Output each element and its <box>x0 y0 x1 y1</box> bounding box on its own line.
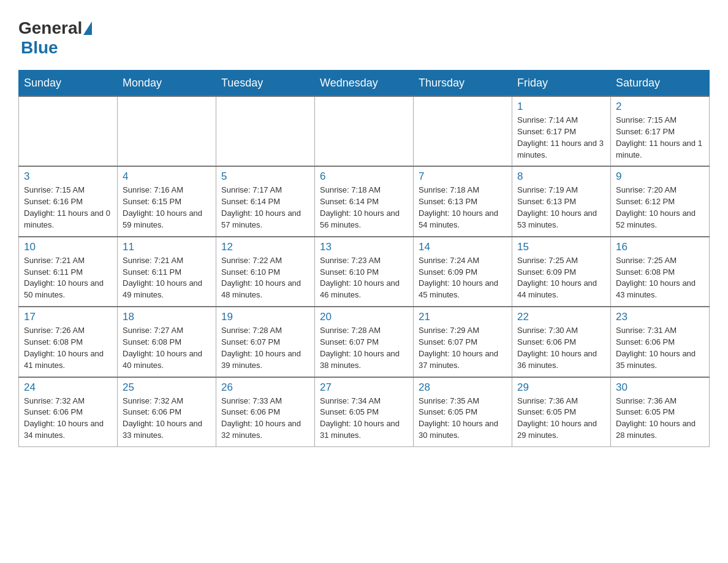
day-number: 18 <box>123 311 211 323</box>
calendar-cell: 16Sunrise: 7:25 AM Sunset: 6:08 PM Dayli… <box>611 237 710 307</box>
day-info: Sunrise: 7:18 AM Sunset: 6:14 PM Dayligh… <box>320 185 408 231</box>
calendar-table: SundayMondayTuesdayWednesdayThursdayFrid… <box>18 70 710 447</box>
day-number: 5 <box>221 170 309 183</box>
day-number: 12 <box>221 241 309 253</box>
day-info: Sunrise: 7:28 AM Sunset: 6:07 PM Dayligh… <box>221 325 309 371</box>
week-row-1: 1Sunrise: 7:14 AM Sunset: 6:17 PM Daylig… <box>19 96 710 166</box>
weekday-header-thursday: Thursday <box>414 71 512 97</box>
calendar-cell: 21Sunrise: 7:29 AM Sunset: 6:07 PM Dayli… <box>414 307 512 377</box>
weekday-header-wednesday: Wednesday <box>315 71 414 97</box>
calendar-cell <box>414 96 512 166</box>
day-info: Sunrise: 7:33 AM Sunset: 6:06 PM Dayligh… <box>221 396 309 442</box>
day-number: 14 <box>419 241 507 253</box>
day-number: 6 <box>320 170 408 183</box>
day-number: 27 <box>320 381 408 394</box>
day-info: Sunrise: 7:20 AM Sunset: 6:12 PM Dayligh… <box>616 185 704 231</box>
day-info: Sunrise: 7:19 AM Sunset: 6:13 PM Dayligh… <box>517 185 605 231</box>
calendar-cell: 9Sunrise: 7:20 AM Sunset: 6:12 PM Daylig… <box>611 166 710 236</box>
day-number: 19 <box>221 311 309 323</box>
day-info: Sunrise: 7:36 AM Sunset: 6:05 PM Dayligh… <box>616 396 704 442</box>
calendar-cell: 26Sunrise: 7:33 AM Sunset: 6:06 PM Dayli… <box>216 377 315 447</box>
day-number: 8 <box>517 170 605 183</box>
day-number: 7 <box>419 170 507 183</box>
weekday-header-tuesday: Tuesday <box>216 71 315 97</box>
calendar-cell: 19Sunrise: 7:28 AM Sunset: 6:07 PM Dayli… <box>216 307 315 377</box>
calendar-cell: 15Sunrise: 7:25 AM Sunset: 6:09 PM Dayli… <box>512 237 611 307</box>
calendar-cell: 17Sunrise: 7:26 AM Sunset: 6:08 PM Dayli… <box>19 307 118 377</box>
day-number: 26 <box>221 381 309 394</box>
day-info: Sunrise: 7:23 AM Sunset: 6:10 PM Dayligh… <box>320 255 408 301</box>
calendar-cell <box>19 96 118 166</box>
day-number: 3 <box>24 170 112 183</box>
day-info: Sunrise: 7:18 AM Sunset: 6:13 PM Dayligh… <box>419 185 507 231</box>
calendar-cell: 20Sunrise: 7:28 AM Sunset: 6:07 PM Dayli… <box>315 307 414 377</box>
day-number: 9 <box>616 170 704 183</box>
day-info: Sunrise: 7:34 AM Sunset: 6:05 PM Dayligh… <box>320 396 408 442</box>
calendar-cell: 25Sunrise: 7:32 AM Sunset: 6:06 PM Dayli… <box>118 377 216 447</box>
calendar-cell: 30Sunrise: 7:36 AM Sunset: 6:05 PM Dayli… <box>611 377 710 447</box>
calendar-cell <box>315 96 414 166</box>
calendar-cell: 23Sunrise: 7:31 AM Sunset: 6:06 PM Dayli… <box>611 307 710 377</box>
day-info: Sunrise: 7:15 AM Sunset: 6:16 PM Dayligh… <box>24 185 112 231</box>
day-info: Sunrise: 7:27 AM Sunset: 6:08 PM Dayligh… <box>123 325 211 371</box>
day-number: 22 <box>517 311 605 323</box>
logo-general-text: General <box>18 18 82 38</box>
day-info: Sunrise: 7:22 AM Sunset: 6:10 PM Dayligh… <box>221 255 309 301</box>
day-number: 11 <box>123 241 211 253</box>
calendar-cell: 3Sunrise: 7:15 AM Sunset: 6:16 PM Daylig… <box>19 166 118 236</box>
day-number: 21 <box>419 311 507 323</box>
logo: General Blue <box>18 12 93 58</box>
day-info: Sunrise: 7:25 AM Sunset: 6:09 PM Dayligh… <box>517 255 605 301</box>
weekday-header-saturday: Saturday <box>611 71 710 97</box>
day-info: Sunrise: 7:24 AM Sunset: 6:09 PM Dayligh… <box>419 255 507 301</box>
day-number: 4 <box>123 170 211 183</box>
weekday-header-monday: Monday <box>118 71 216 97</box>
calendar-cell: 1Sunrise: 7:14 AM Sunset: 6:17 PM Daylig… <box>512 96 611 166</box>
calendar-cell: 13Sunrise: 7:23 AM Sunset: 6:10 PM Dayli… <box>315 237 414 307</box>
calendar-cell: 24Sunrise: 7:32 AM Sunset: 6:06 PM Dayli… <box>19 377 118 447</box>
calendar-cell <box>216 96 315 166</box>
day-info: Sunrise: 7:17 AM Sunset: 6:14 PM Dayligh… <box>221 185 309 231</box>
day-info: Sunrise: 7:31 AM Sunset: 6:06 PM Dayligh… <box>616 325 704 371</box>
calendar-cell <box>118 96 216 166</box>
calendar-cell: 6Sunrise: 7:18 AM Sunset: 6:14 PM Daylig… <box>315 166 414 236</box>
calendar-cell: 5Sunrise: 7:17 AM Sunset: 6:14 PM Daylig… <box>216 166 315 236</box>
day-number: 10 <box>24 241 112 253</box>
day-number: 20 <box>320 311 408 323</box>
day-number: 15 <box>517 241 605 253</box>
day-number: 13 <box>320 241 408 253</box>
day-number: 23 <box>616 311 704 323</box>
calendar-cell: 11Sunrise: 7:21 AM Sunset: 6:11 PM Dayli… <box>118 237 216 307</box>
day-number: 29 <box>517 381 605 394</box>
day-info: Sunrise: 7:35 AM Sunset: 6:05 PM Dayligh… <box>419 396 507 442</box>
day-info: Sunrise: 7:26 AM Sunset: 6:08 PM Dayligh… <box>24 325 112 371</box>
day-number: 17 <box>24 311 112 323</box>
day-info: Sunrise: 7:15 AM Sunset: 6:17 PM Dayligh… <box>616 115 704 161</box>
day-number: 25 <box>123 381 211 394</box>
week-row-5: 24Sunrise: 7:32 AM Sunset: 6:06 PM Dayli… <box>19 377 710 447</box>
calendar-cell: 8Sunrise: 7:19 AM Sunset: 6:13 PM Daylig… <box>512 166 611 236</box>
calendar-cell: 29Sunrise: 7:36 AM Sunset: 6:05 PM Dayli… <box>512 377 611 447</box>
calendar-cell: 12Sunrise: 7:22 AM Sunset: 6:10 PM Dayli… <box>216 237 315 307</box>
week-row-2: 3Sunrise: 7:15 AM Sunset: 6:16 PM Daylig… <box>19 166 710 236</box>
day-info: Sunrise: 7:36 AM Sunset: 6:05 PM Dayligh… <box>517 396 605 442</box>
day-info: Sunrise: 7:25 AM Sunset: 6:08 PM Dayligh… <box>616 255 704 301</box>
weekday-header-sunday: Sunday <box>19 71 118 97</box>
week-row-3: 10Sunrise: 7:21 AM Sunset: 6:11 PM Dayli… <box>19 237 710 307</box>
day-info: Sunrise: 7:32 AM Sunset: 6:06 PM Dayligh… <box>123 396 211 442</box>
day-info: Sunrise: 7:21 AM Sunset: 6:11 PM Dayligh… <box>24 255 112 301</box>
logo-triangle-icon <box>83 21 92 35</box>
calendar-cell: 18Sunrise: 7:27 AM Sunset: 6:08 PM Dayli… <box>118 307 216 377</box>
day-number: 24 <box>24 381 112 394</box>
calendar-cell: 14Sunrise: 7:24 AM Sunset: 6:09 PM Dayli… <box>414 237 512 307</box>
day-info: Sunrise: 7:21 AM Sunset: 6:11 PM Dayligh… <box>123 255 211 301</box>
day-number: 16 <box>616 241 704 253</box>
logo-blue-text: Blue <box>21 38 58 57</box>
calendar-cell: 4Sunrise: 7:16 AM Sunset: 6:15 PM Daylig… <box>118 166 216 236</box>
day-number: 2 <box>616 101 704 113</box>
day-info: Sunrise: 7:30 AM Sunset: 6:06 PM Dayligh… <box>517 325 605 371</box>
calendar-cell: 2Sunrise: 7:15 AM Sunset: 6:17 PM Daylig… <box>611 96 710 166</box>
calendar-cell: 7Sunrise: 7:18 AM Sunset: 6:13 PM Daylig… <box>414 166 512 236</box>
day-info: Sunrise: 7:16 AM Sunset: 6:15 PM Dayligh… <box>123 185 211 231</box>
calendar-cell: 28Sunrise: 7:35 AM Sunset: 6:05 PM Dayli… <box>414 377 512 447</box>
